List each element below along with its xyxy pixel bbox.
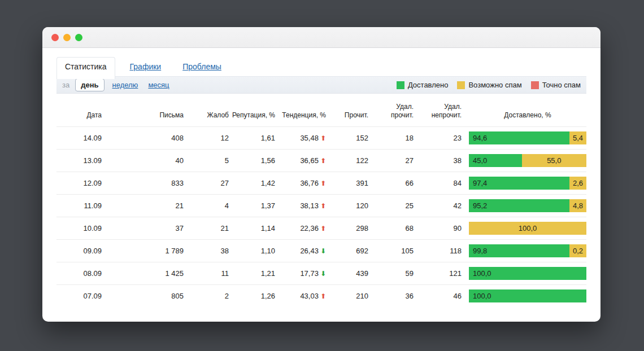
deleted-unread-cell: 118 (414, 247, 462, 255)
maybe-spam-segment: 2,6 (569, 177, 586, 190)
delivered-bar: 100,0 (469, 267, 586, 280)
app-window: СтатистикаГрафикиПроблемы за деньнеделюм… (42, 27, 601, 322)
period-options: деньнеделюмесяц (75, 78, 179, 91)
trend-cell: 43,03⬆ (275, 292, 326, 300)
trend-down-icon: ⬇ (320, 270, 326, 278)
deleted-read-cell: 18 (368, 134, 414, 142)
statistics-table: ДатаПисьмаЖалобРепутация, %Тенденция, %П… (56, 95, 586, 307)
letters-cell: 21 (102, 201, 184, 210)
complaints-cell: 12 (184, 134, 229, 142)
read-cell: 120 (326, 201, 368, 210)
trend-value: 38,13 (300, 201, 319, 210)
table-row: 07.0980521,2643,03⬆2103646100,0 (56, 284, 586, 307)
column-header: Доставлено, % (469, 111, 586, 120)
close-window-button[interactable] (51, 34, 59, 41)
table-row: 12.09833271,4236,76⬆391668497,42,6 (56, 172, 586, 194)
read-cell: 391 (326, 179, 368, 187)
complaints-cell: 38 (184, 247, 229, 255)
maybe-spam-segment: 55,0 (522, 154, 586, 167)
read-cell: 439 (326, 269, 368, 278)
delivered-segment: 100,0 (469, 289, 586, 302)
deleted-read-cell: 66 (368, 179, 414, 187)
delivered-cell: 100,0 (469, 267, 586, 280)
reputation-cell: 1,14 (229, 224, 275, 232)
trend-up-icon: ⬆ (320, 179, 326, 187)
deleted-unread-cell: 23 (414, 134, 462, 142)
tab-проблемы[interactable]: Проблемы (175, 58, 229, 76)
legend-item: Возможно спам (457, 81, 521, 89)
trend-up-icon: ⬆ (320, 157, 326, 165)
column-header: Удал. прочит. (368, 103, 414, 120)
delivered-bar: 97,42,6 (469, 177, 586, 190)
delivered-bar: 100,0 (469, 289, 586, 302)
delivered-cell: 100,0 (469, 222, 586, 235)
maybe-spam-segment: 0,2 (569, 244, 586, 257)
trend-cell: 22,36⬆ (275, 224, 326, 232)
reputation-cell: 1,26 (229, 292, 275, 300)
delivered-segment: 97,4 (469, 177, 569, 190)
deleted-unread-cell: 42 (414, 201, 462, 210)
trend-value: 36,76 (300, 179, 319, 187)
letters-cell: 805 (102, 292, 184, 300)
complaints-cell: 27 (184, 179, 229, 187)
complaints-cell: 2 (184, 292, 229, 300)
trend-cell: 38,13⬆ (275, 201, 326, 210)
trend-up-icon: ⬆ (320, 202, 326, 210)
date-cell: 11.09 (56, 201, 102, 210)
column-header: Письма (102, 111, 184, 120)
legend-item: Точно спам (531, 81, 581, 89)
column-header: Жалоб (184, 111, 229, 120)
trend-up-icon: ⬆ (320, 134, 326, 142)
period-prefix-label: за (62, 81, 69, 89)
table-row: 11.092141,3738,13⬆120254295,24,8 (56, 194, 586, 217)
delivered-segment: 99,8 (469, 244, 569, 257)
letters-cell: 1 425 (102, 269, 184, 278)
tab-статистика[interactable]: Статистика (56, 57, 115, 79)
zoom-window-button[interactable] (75, 34, 82, 41)
deleted-read-cell: 36 (368, 292, 414, 300)
trend-cell: 26,43⬇ (275, 247, 326, 255)
legend-item: Доставлено (397, 81, 449, 89)
date-cell: 08.09 (56, 269, 102, 278)
maybe-spam-segment: 4,8 (569, 199, 586, 212)
date-cell: 13.09 (56, 156, 102, 165)
deleted-unread-cell: 84 (414, 179, 462, 187)
delivered-segment: 45,0 (469, 154, 522, 167)
minimize-window-button[interactable] (63, 34, 71, 41)
trend-value: 26,43 (300, 247, 319, 255)
complaints-cell: 21 (184, 224, 229, 232)
trend-cell: 17,73⬇ (275, 269, 326, 278)
trend-cell: 35,48⬆ (275, 134, 326, 142)
letters-cell: 833 (102, 179, 184, 187)
delivered-cell: 45,055,0 (469, 154, 586, 167)
trend-cell: 36,65⬆ (275, 156, 326, 165)
legend-swatch-icon (397, 81, 404, 89)
tab-bar: СтатистикаГрафикиПроблемы (56, 58, 586, 76)
delivered-segment: 95,2 (469, 199, 569, 212)
column-header: Дата (56, 111, 102, 120)
delivered-segment: 100,0 (469, 267, 586, 280)
period-option-2[interactable]: неделю (112, 81, 138, 89)
period-option-3[interactable]: месяц (148, 81, 169, 89)
deleted-unread-cell: 46 (414, 292, 462, 300)
delivered-cell: 100,0 (469, 289, 586, 302)
period-option-1[interactable]: день (75, 78, 104, 91)
tab-графики[interactable]: Графики (122, 58, 169, 76)
column-header: Удал. непрочит. (414, 103, 462, 120)
trend-up-icon: ⬆ (320, 292, 326, 300)
reputation-cell: 1,61 (229, 134, 275, 142)
table-row: 14.09408121,6135,48⬆152182394,65,4 (56, 126, 586, 149)
trend-value: 17,73 (300, 269, 319, 278)
trend-up-icon: ⬆ (320, 225, 326, 232)
deleted-read-cell: 27 (368, 156, 414, 165)
delivered-cell: 99,80,2 (469, 244, 586, 257)
delivered-bar: 99,80,2 (469, 244, 586, 257)
trend-down-icon: ⬇ (320, 247, 326, 255)
column-header: Тенденция, % (275, 111, 326, 120)
table-row: 08.091 425111,2117,73⬇43959121100,0 (56, 262, 586, 284)
date-cell: 10.09 (56, 224, 102, 232)
maybe-spam-segment: 5,4 (569, 131, 586, 144)
window-titlebar (42, 27, 601, 48)
deleted-read-cell: 105 (368, 247, 414, 255)
delivered-cell: 94,65,4 (469, 131, 586, 144)
